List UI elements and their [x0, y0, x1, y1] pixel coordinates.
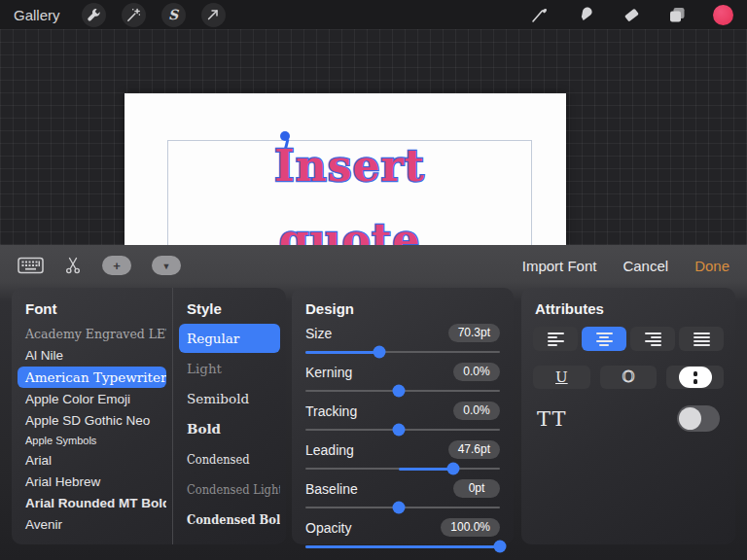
font-item-arial[interactable]: Arial [18, 450, 166, 471]
underline-icon: U [555, 370, 568, 385]
list-item-label: Bold [187, 421, 221, 437]
slider-thumb[interactable] [393, 424, 406, 437]
slider-thumb[interactable] [494, 541, 507, 553]
align-icon [645, 332, 661, 346]
slider-label: Tracking [305, 403, 357, 419]
adjustments-button[interactable] [122, 3, 146, 27]
slider[interactable] [305, 500, 500, 514]
font-item-apple-color-emoji[interactable]: Apple Color Emoji [18, 389, 166, 409]
font-item-apple-sd-gothic-neo[interactable]: Apple SD Gothic Neo [18, 410, 166, 431]
list-item-label: Arial [25, 453, 52, 468]
smudge-icon [576, 5, 595, 24]
font-item-apple-symbols[interactable]: Apple Symbols [18, 432, 166, 449]
selection-button[interactable]: S [161, 3, 186, 27]
style-item-condensed-light[interactable]: Condensed Light [179, 474, 280, 504]
tt-glyph: TT [537, 407, 566, 431]
canvas-text-line-1[interactable]: Insert [168, 145, 531, 188]
done-button[interactable]: Done [694, 258, 729, 274]
style-item-light[interactable]: Light [179, 354, 280, 383]
slider-row-size: Size 70.3pt [305, 323, 500, 359]
artwork-canvas[interactable]: Insert quote [124, 93, 566, 245]
transform-arrow-icon [205, 7, 221, 22]
font-item-al-nile[interactable]: Al Nile [18, 345, 166, 366]
chevron-down-pill-button[interactable]: ▼ [152, 256, 181, 275]
slider-thumb[interactable] [393, 385, 406, 398]
underline-button[interactable]: U [533, 366, 590, 389]
cut-button[interactable] [64, 256, 82, 275]
actions-button[interactable] [82, 3, 106, 27]
slider[interactable] [305, 539, 500, 553]
slider-label: Baseline [305, 481, 358, 497]
font-panel: Font Academy Engraved LETAl NileAmerican… [12, 288, 172, 544]
fill-ellipsis-button[interactable] [666, 366, 724, 389]
brush-icon [530, 5, 550, 24]
gallery-button[interactable]: Gallery [14, 7, 60, 23]
slider-row-opacity: Opacity 100.0% [305, 517, 500, 553]
tt-toggle-switch[interactable] [677, 405, 720, 432]
style-item-regular[interactable]: Regular [179, 324, 280, 353]
sheet-toolbar: + ▼ Import Font Cancel Done [0, 245, 747, 286]
slider[interactable] [305, 461, 500, 475]
style-panel-header: Style [173, 288, 286, 320]
style-item-condensed[interactable]: Condensed [179, 444, 280, 473]
style-panel: Style RegularLightSemiboldBoldCondensedC… [173, 288, 286, 544]
list-item-label: Academy Engraved LET [25, 327, 166, 341]
list-item-label: Regular [187, 331, 239, 346]
slider-label: Kerning [305, 365, 352, 380]
align-justify-button[interactable] [679, 327, 724, 351]
slider-thumb[interactable] [393, 502, 406, 514]
keyboard-button[interactable] [18, 257, 44, 274]
slider-thumb[interactable] [447, 463, 460, 475]
color-swatch[interactable] [713, 5, 733, 25]
align-icon [596, 332, 613, 346]
slider-thumb[interactable] [374, 346, 386, 359]
font-item-arial-rounded-mt-bold[interactable]: Arial Rounded MT Bold [18, 493, 166, 513]
sheet-toolbar-left: + ▼ [18, 256, 181, 275]
slider-value-badge: 100.0% [441, 518, 500, 537]
eraser-button[interactable] [622, 5, 641, 24]
slider-row-leading: Leading 47.6pt [305, 439, 500, 475]
font-panel-header: Font [12, 288, 172, 320]
style-item-bold[interactable]: Bold [179, 414, 280, 443]
ellipsis-pill-icon [679, 367, 712, 388]
font-item-avenir[interactable]: Avenir [18, 514, 166, 535]
slider[interactable] [305, 344, 500, 359]
actions-wrench-icon [86, 7, 102, 23]
slider-value-badge: 47.6pt [448, 440, 500, 459]
cancel-button[interactable]: Cancel [622, 258, 668, 274]
slider-row-kerning: Kerning 0.0% [305, 362, 500, 398]
list-item-label: Semibold [187, 391, 249, 406]
font-item-american-typewriter[interactable]: American Typewriter [18, 367, 166, 388]
list-item-label: Condensed [187, 451, 250, 467]
style-item-semibold[interactable]: Semibold [179, 384, 280, 413]
adjustments-wand-icon [125, 7, 142, 23]
font-item-arial-hebrew[interactable]: Arial Hebrew [18, 472, 166, 492]
slider-fill [305, 545, 500, 548]
text-bounding-box[interactable]: Insert quote [167, 140, 532, 245]
slider-value-badge: 0.0% [453, 402, 500, 420]
align-right-button[interactable] [630, 327, 675, 351]
import-font-button[interactable]: Import Font [522, 258, 597, 274]
plus-pill-button[interactable]: + [102, 256, 131, 275]
transform-button[interactable] [201, 3, 226, 27]
style-item-condensed-bold[interactable]: Condensed Bold [179, 505, 280, 534]
layers-icon [667, 5, 687, 24]
align-center-button[interactable] [582, 327, 626, 351]
capitalization-row: TT [537, 405, 720, 432]
font-item-academy-engraved-let[interactable]: Academy Engraved LET [18, 324, 166, 344]
outline-button[interactable]: O [600, 366, 658, 389]
procreate-screen: Gallery S [0, 0, 747, 560]
layers-button[interactable] [667, 5, 687, 24]
list-item-label: Arial Hebrew [25, 474, 100, 489]
top-toolbar-left: Gallery S [14, 3, 226, 27]
brush-button[interactable] [530, 5, 550, 24]
align-left-button[interactable] [533, 327, 578, 351]
font-list: Academy Engraved LETAl NileAmerican Type… [12, 320, 172, 539]
slider[interactable] [305, 422, 500, 437]
list-item-label: Apple Color Emoji [25, 392, 130, 406]
font-style-card: Font Academy Engraved LETAl NileAmerican… [12, 288, 286, 544]
slider[interactable] [305, 383, 500, 398]
smudge-button[interactable] [576, 5, 595, 24]
slider-row-baseline: Baseline 0pt [305, 478, 500, 514]
format-button-group: U O [533, 366, 724, 389]
